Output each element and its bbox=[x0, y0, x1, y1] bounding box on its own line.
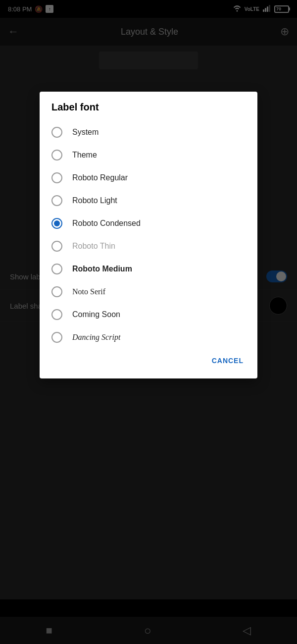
radio-circle-theme bbox=[51, 150, 62, 161]
radio-label-noto-serif: Noto Serif bbox=[72, 287, 105, 296]
radio-circle-roboto-medium bbox=[51, 264, 62, 274]
radio-circle-roboto-condensed bbox=[51, 218, 62, 229]
radio-option-dancing-script[interactable]: Dancing Script bbox=[40, 326, 257, 349]
label-font-dialog: Label font System Theme Roboto Regular R… bbox=[40, 92, 257, 378]
radio-label-system: System bbox=[72, 128, 99, 137]
radio-option-roboto-thin[interactable]: Roboto Thin bbox=[40, 235, 257, 258]
radio-circle-roboto-regular bbox=[51, 172, 62, 183]
dialog-title: Label font bbox=[40, 92, 257, 121]
radio-option-coming-soon[interactable]: Coming Soon bbox=[40, 303, 257, 326]
radio-circle-dancing-script bbox=[51, 332, 62, 343]
radio-label-roboto-medium: Roboto Medium bbox=[72, 265, 132, 273]
dialog-actions: CANCEL bbox=[40, 349, 257, 375]
radio-circle-system bbox=[51, 127, 62, 138]
radio-label-theme: Theme bbox=[72, 151, 97, 160]
radio-label-coming-soon: Coming Soon bbox=[72, 310, 120, 319]
radio-option-system[interactable]: System bbox=[40, 121, 257, 144]
radio-circle-coming-soon bbox=[51, 309, 62, 320]
radio-option-roboto-condensed[interactable]: Roboto Condensed bbox=[40, 212, 257, 235]
radio-option-roboto-light[interactable]: Roboto Light bbox=[40, 189, 257, 212]
radio-option-noto-serif[interactable]: Noto Serif bbox=[40, 280, 257, 303]
radio-circle-roboto-light bbox=[51, 195, 62, 206]
radio-label-roboto-light: Roboto Light bbox=[72, 196, 117, 205]
radio-label-roboto-condensed: Roboto Condensed bbox=[72, 219, 141, 228]
radio-option-roboto-regular[interactable]: Roboto Regular bbox=[40, 166, 257, 189]
radio-circle-noto-serif bbox=[51, 286, 62, 297]
radio-label-dancing-script: Dancing Script bbox=[72, 333, 120, 342]
radio-label-roboto-regular: Roboto Regular bbox=[72, 173, 128, 182]
cancel-button[interactable]: CANCEL bbox=[206, 353, 249, 369]
radio-option-theme[interactable]: Theme bbox=[40, 144, 257, 166]
radio-circle-roboto-thin bbox=[51, 241, 62, 252]
radio-option-roboto-medium[interactable]: Roboto Medium bbox=[40, 258, 257, 280]
radio-label-roboto-thin: Roboto Thin bbox=[72, 242, 115, 251]
